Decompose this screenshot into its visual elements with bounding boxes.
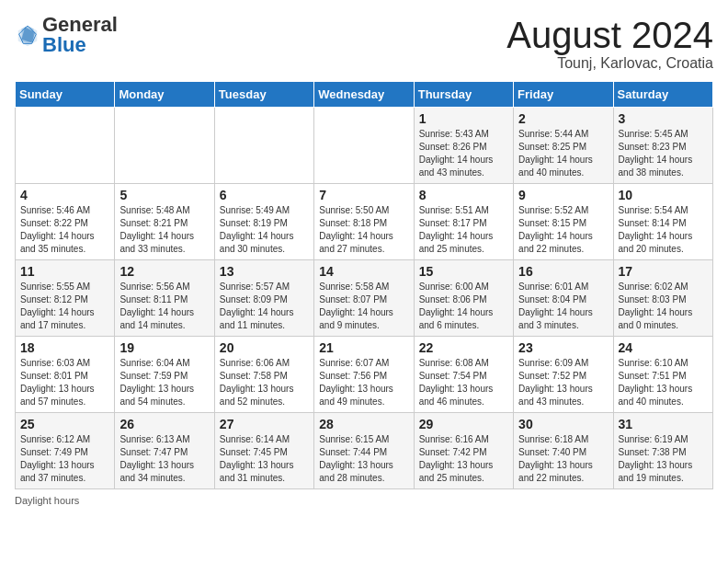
day-number: 2 (518, 111, 608, 126)
day-info: Sunrise: 6:12 AM Sunset: 7:49 PM Dayligh… (20, 433, 109, 485)
day-info: Sunrise: 6:16 AM Sunset: 7:42 PM Dayligh… (419, 433, 508, 485)
calendar-title: August 2024 (506, 15, 713, 55)
day-number: 17 (619, 264, 708, 279)
day-info: Sunrise: 6:04 AM Sunset: 7:59 PM Dayligh… (119, 357, 209, 408)
day-number: 27 (220, 417, 309, 431)
calendar-cell: 18Sunrise: 6:03 AM Sunset: 8:01 PM Dayli… (16, 337, 115, 413)
day-info: Sunrise: 6:10 AM Sunset: 7:51 PM Dayligh… (619, 357, 708, 408)
day-info: Sunrise: 5:55 AM Sunset: 8:12 PM Dayligh… (20, 281, 109, 332)
day-number: 14 (319, 264, 408, 279)
day-info: Sunrise: 5:48 AM Sunset: 8:21 PM Dayligh… (119, 204, 209, 256)
day-number: 28 (319, 417, 408, 431)
calendar-cell: 8Sunrise: 5:51 AM Sunset: 8:17 PM Daylig… (414, 184, 513, 260)
day-info: Sunrise: 6:00 AM Sunset: 8:06 PM Dayligh… (419, 281, 508, 332)
day-info: Sunrise: 5:46 AM Sunset: 8:22 PM Dayligh… (20, 204, 109, 256)
weekday-header-row: SundayMondayTuesdayWednesdayThursdayFrid… (16, 82, 713, 108)
calendar-cell: 25Sunrise: 6:12 AM Sunset: 7:49 PM Dayli… (16, 413, 115, 489)
day-number: 31 (619, 417, 708, 431)
calendar-cell: 23Sunrise: 6:09 AM Sunset: 7:52 PM Dayli… (514, 337, 613, 413)
calendar-cell: 27Sunrise: 6:14 AM Sunset: 7:45 PM Dayli… (214, 413, 313, 489)
calendar-cell: 28Sunrise: 6:15 AM Sunset: 7:44 PM Dayli… (314, 413, 414, 489)
calendar-cell: 6Sunrise: 5:49 AM Sunset: 8:19 PM Daylig… (214, 184, 313, 260)
calendar-cell: 3Sunrise: 5:45 AM Sunset: 8:23 PM Daylig… (613, 108, 712, 184)
day-number: 5 (119, 188, 209, 202)
day-info: Sunrise: 5:56 AM Sunset: 8:11 PM Dayligh… (119, 281, 209, 332)
title-block: August 2024 Tounj, Karlovac, Croatia (506, 15, 713, 72)
calendar-cell: 19Sunrise: 6:04 AM Sunset: 7:59 PM Dayli… (115, 337, 214, 413)
day-number: 26 (119, 417, 209, 431)
weekday-header-sunday: Sunday (16, 82, 115, 108)
weekday-header-tuesday: Tuesday (214, 82, 313, 108)
day-info: Sunrise: 5:45 AM Sunset: 8:23 PM Dayligh… (619, 128, 708, 179)
page-header: General Blue August 2024 Tounj, Karlovac… (15, 15, 713, 72)
calendar-cell: 14Sunrise: 5:58 AM Sunset: 8:07 PM Dayli… (314, 260, 414, 337)
calendar-cell: 7Sunrise: 5:50 AM Sunset: 8:18 PM Daylig… (314, 184, 414, 260)
day-info: Sunrise: 6:19 AM Sunset: 7:38 PM Dayligh… (619, 433, 708, 485)
calendar-cell: 21Sunrise: 6:07 AM Sunset: 7:56 PM Dayli… (314, 337, 414, 413)
weekday-header-friday: Friday (514, 82, 613, 108)
day-number: 13 (220, 264, 309, 279)
day-number: 1 (419, 111, 508, 126)
day-number: 3 (619, 111, 708, 126)
calendar-cell: 29Sunrise: 6:16 AM Sunset: 7:42 PM Dayli… (414, 413, 513, 489)
day-info: Sunrise: 5:49 AM Sunset: 8:19 PM Dayligh… (220, 204, 309, 256)
calendar-cell: 10Sunrise: 5:54 AM Sunset: 8:14 PM Dayli… (613, 184, 712, 260)
calendar-cell (314, 108, 414, 184)
day-number: 7 (319, 188, 408, 202)
day-number: 4 (20, 188, 109, 202)
day-number: 18 (20, 340, 109, 355)
calendar-cell: 20Sunrise: 6:06 AM Sunset: 7:58 PM Dayli… (214, 337, 313, 413)
logo: General Blue (15, 15, 118, 55)
day-info: Sunrise: 6:09 AM Sunset: 7:52 PM Dayligh… (518, 357, 608, 408)
day-info: Sunrise: 6:03 AM Sunset: 8:01 PM Dayligh… (20, 357, 109, 408)
day-info: Sunrise: 6:18 AM Sunset: 7:40 PM Dayligh… (518, 433, 608, 485)
day-info: Sunrise: 6:08 AM Sunset: 7:54 PM Dayligh… (419, 357, 508, 408)
weekday-header-saturday: Saturday (613, 82, 712, 108)
calendar-cell: 17Sunrise: 6:02 AM Sunset: 8:03 PM Dayli… (613, 260, 712, 337)
calendar-subtitle: Tounj, Karlovac, Croatia (506, 55, 713, 72)
day-number: 11 (20, 264, 109, 279)
footer-note: Daylight hours (15, 495, 713, 506)
day-number: 6 (220, 188, 309, 202)
calendar-cell: 24Sunrise: 6:10 AM Sunset: 7:51 PM Dayli… (613, 337, 712, 413)
day-number: 15 (419, 264, 508, 279)
calendar-table: SundayMondayTuesdayWednesdayThursdayFrid… (15, 81, 713, 489)
day-info: Sunrise: 5:43 AM Sunset: 8:26 PM Dayligh… (419, 128, 508, 179)
day-number: 8 (419, 188, 508, 202)
day-number: 30 (518, 417, 608, 431)
week-row-1: 1Sunrise: 5:43 AM Sunset: 8:26 PM Daylig… (16, 108, 713, 184)
week-row-5: 25Sunrise: 6:12 AM Sunset: 7:49 PM Dayli… (16, 413, 713, 489)
logo-text: General Blue (42, 15, 118, 55)
weekday-header-thursday: Thursday (414, 82, 513, 108)
day-info: Sunrise: 5:50 AM Sunset: 8:18 PM Dayligh… (319, 204, 408, 256)
day-info: Sunrise: 6:06 AM Sunset: 7:58 PM Dayligh… (220, 357, 309, 408)
calendar-cell: 1Sunrise: 5:43 AM Sunset: 8:26 PM Daylig… (414, 108, 513, 184)
week-row-3: 11Sunrise: 5:55 AM Sunset: 8:12 PM Dayli… (16, 260, 713, 337)
day-number: 23 (518, 340, 608, 355)
day-info: Sunrise: 6:14 AM Sunset: 7:45 PM Dayligh… (220, 433, 309, 485)
day-info: Sunrise: 5:52 AM Sunset: 8:15 PM Dayligh… (518, 204, 608, 256)
day-number: 20 (220, 340, 309, 355)
day-number: 24 (619, 340, 708, 355)
day-info: Sunrise: 6:15 AM Sunset: 7:44 PM Dayligh… (319, 433, 408, 485)
calendar-cell: 4Sunrise: 5:46 AM Sunset: 8:22 PM Daylig… (16, 184, 115, 260)
day-number: 19 (119, 340, 209, 355)
calendar-cell (16, 108, 115, 184)
calendar-cell: 5Sunrise: 5:48 AM Sunset: 8:21 PM Daylig… (115, 184, 214, 260)
calendar-cell: 9Sunrise: 5:52 AM Sunset: 8:15 PM Daylig… (514, 184, 613, 260)
calendar-cell: 31Sunrise: 6:19 AM Sunset: 7:38 PM Dayli… (613, 413, 712, 489)
day-info: Sunrise: 6:07 AM Sunset: 7:56 PM Dayligh… (319, 357, 408, 408)
day-info: Sunrise: 5:58 AM Sunset: 8:07 PM Dayligh… (319, 281, 408, 332)
calendar-cell (214, 108, 313, 184)
day-info: Sunrise: 5:54 AM Sunset: 8:14 PM Dayligh… (619, 204, 708, 256)
day-number: 16 (518, 264, 608, 279)
day-number: 12 (119, 264, 209, 279)
calendar-cell: 30Sunrise: 6:18 AM Sunset: 7:40 PM Dayli… (514, 413, 613, 489)
day-info: Sunrise: 6:01 AM Sunset: 8:04 PM Dayligh… (518, 281, 608, 332)
calendar-cell: 16Sunrise: 6:01 AM Sunset: 8:04 PM Dayli… (514, 260, 613, 337)
day-number: 25 (20, 417, 109, 431)
day-info: Sunrise: 5:44 AM Sunset: 8:25 PM Dayligh… (518, 128, 608, 179)
weekday-header-wednesday: Wednesday (314, 82, 414, 108)
week-row-4: 18Sunrise: 6:03 AM Sunset: 8:01 PM Dayli… (16, 337, 713, 413)
day-info: Sunrise: 6:13 AM Sunset: 7:47 PM Dayligh… (119, 433, 209, 485)
